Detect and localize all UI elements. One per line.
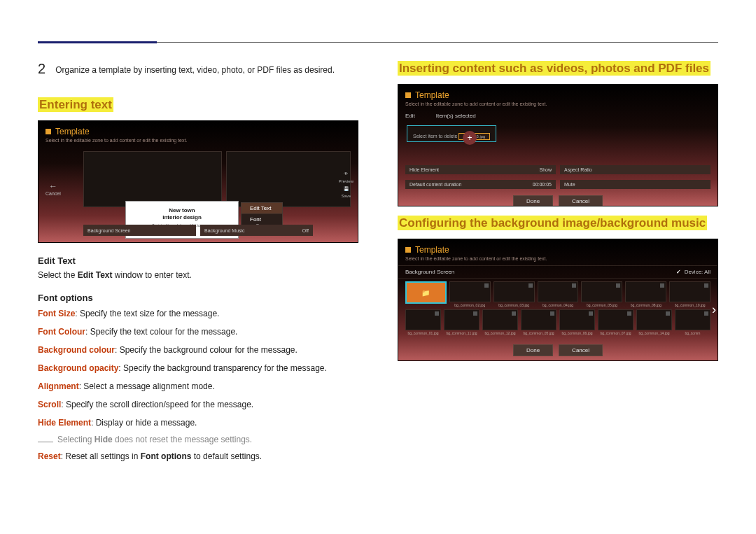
folder-back-icon: 📁: [421, 289, 430, 297]
opt-bg-colour: Background colour: Specify the backgroun…: [38, 344, 358, 356]
mock1-subtitle: Select in the editable zone to add conte…: [38, 138, 358, 147]
heading-inserting-content: Inserting content such as videos, photos…: [398, 62, 710, 76]
step-text: Organize a template by inserting text, v…: [55, 62, 335, 75]
mock3-title: Template: [398, 239, 718, 256]
mock1-cancel: Cancel: [46, 181, 61, 196]
mock2-hide-element: Hide ElementShow: [405, 165, 556, 174]
edit-text-body: Select the Edit Text window to enter tex…: [38, 270, 358, 280]
mock2-toolbar: EditItem(s) selected: [398, 111, 718, 121]
mock2-done: Done: [513, 195, 553, 206]
mock3-done: Done: [513, 344, 553, 356]
opt-hide-element: Hide Element: Display or hide a message.: [38, 416, 358, 429]
left-column: 2 Organize a template by inserting text,…: [38, 62, 358, 468]
mock2-title: Template: [398, 85, 718, 101]
right-column: Inserting content such as videos, photos…: [398, 62, 718, 468]
mock-template-edit-text: Template Select in the editable zone to …: [38, 120, 358, 243]
mock-template-bg: Template Select in the editable zone to …: [398, 239, 718, 361]
mock2-delete-box: Select item to delete picture5.jpg: [407, 125, 496, 142]
mock2-cancel: Cancel: [559, 195, 603, 206]
step-2: 2 Organize a template by inserting text,…: [38, 62, 358, 76]
mock3-gallery-row1: 📁 bg_common_02.jpg bg_common_03.jpg bg_c…: [405, 281, 710, 307]
opt-scroll: Scroll: Specify the scroll direction/spe…: [38, 398, 358, 411]
mock2-subtitle: Select in the editable zone to add conte…: [398, 101, 718, 111]
mock3-bg-row: Background Screen ✓ Device: All: [398, 265, 718, 279]
note-hide: Selecting Hide does not reset the messag…: [38, 435, 358, 444]
opt-reset: Reset: Reset all settings in Font option…: [38, 450, 358, 463]
mock3-gallery-row2: bg_common_01.jpg bg_common_11.jpg bg_com…: [405, 309, 710, 335]
save-icon: 💾: [339, 185, 354, 193]
heading-font-options: Font options: [38, 293, 358, 303]
mock1-bg-music: Background MusicOff: [200, 225, 313, 236]
top-rule: [38, 42, 718, 43]
mock1-zone-b: [226, 151, 351, 207]
heading-edit-text: Edit Text: [38, 255, 358, 266]
opt-bg-opacity: Background opacity: Specify the backgrou…: [38, 362, 358, 374]
mock3-cancel: Cancel: [559, 344, 603, 356]
mock1-title: Template: [38, 121, 358, 138]
opt-alignment: Alignment: Select a message alignment mo…: [38, 380, 358, 393]
mock1-menu-edit-text: Edit Text: [241, 203, 282, 214]
mock1-bg-screen: Background Screen: [83, 225, 196, 236]
heading-config-bg: Configuring the background image/backgro…: [398, 216, 707, 230]
step-number: 2: [38, 62, 46, 76]
mock1-side: 👁 Preview 💾 Save: [339, 170, 354, 200]
mock2-aspect-ratio: Aspect Ratio: [560, 165, 710, 174]
opt-font-colour: Font Colour: Specify the text colour for…: [38, 325, 358, 338]
chevron-right-icon: ›: [712, 302, 716, 317]
mock3-subtitle: Select in the editable zone to add conte…: [398, 256, 718, 265]
mock2-duration: Default content duration00:00:05: [405, 180, 556, 189]
mock1-zone-a: [83, 151, 222, 207]
eye-icon: 👁: [339, 170, 354, 178]
plus-icon: +: [463, 131, 477, 145]
heading-entering-text: Entering text: [38, 98, 113, 112]
mock-template-insert: Template Select in the editable zone to …: [398, 84, 718, 206]
mock2-mute: Mute: [560, 180, 710, 189]
opt-font-size: Font Size: Specify the text size for the…: [38, 307, 358, 320]
